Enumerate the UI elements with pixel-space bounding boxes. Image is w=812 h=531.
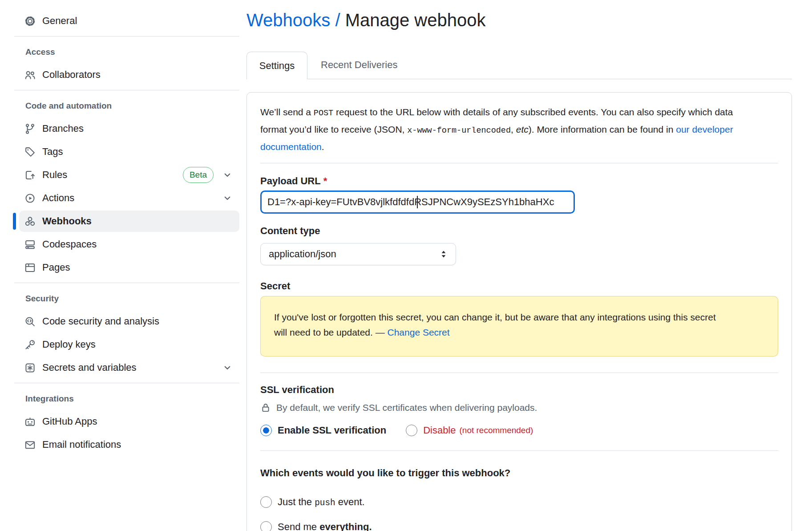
tab-recent-deliveries[interactable]: Recent Deliveries: [307, 52, 411, 78]
sidebar-item-label: Code security and analysis: [42, 316, 159, 327]
sidebar-item-code-security-and-analysis[interactable]: Code security and analysis: [19, 311, 239, 332]
just-push-radio[interactable]: [260, 496, 272, 508]
enable-ssl-label[interactable]: Enable SSL verification: [278, 425, 386, 436]
sidebar-divider: [14, 383, 239, 383]
sidebar-item-branches[interactable]: Branches: [19, 118, 239, 139]
sidebar-item-pages[interactable]: Pages: [19, 257, 239, 278]
payload-url-label: Payload URL*: [260, 176, 778, 186]
sidebar-item-label: Secrets and variables: [42, 362, 137, 373]
sidebar-item-label: Collaborators: [42, 69, 101, 81]
sidebar-item-label: Codespaces: [42, 239, 97, 250]
section-divider: [260, 373, 778, 373]
sidebar-item-label: General: [42, 15, 77, 27]
sidebar-item-label: Tags: [42, 146, 63, 158]
event-option-everything: Send me everything.: [260, 521, 778, 531]
browser-icon: [24, 262, 36, 273]
required-asterisk: *: [323, 175, 327, 186]
sidebar-item-label: Email notifications: [42, 439, 121, 450]
webhook-settings-panel: We’ll send a POST request to the URL bel…: [246, 92, 792, 531]
disable-ssl-radio[interactable]: [406, 425, 417, 436]
event-option-push: Just the push event.: [260, 496, 778, 508]
sidebar-section-label-security: Security: [25, 294, 239, 304]
mail-icon: [24, 439, 36, 450]
ssl-blurb-text: By default, we verify SSL certificates w…: [276, 402, 537, 413]
branch-icon: [24, 123, 36, 134]
tabnav-border: [307, 79, 792, 79]
gear-icon: [24, 16, 36, 27]
sidebar-item-github-apps[interactable]: GitHub Apps: [19, 411, 239, 432]
content-type-label: Content type: [260, 226, 778, 236]
inline-link[interactable]: our developer: [676, 124, 733, 134]
sidebar-item-label: Branches: [42, 123, 84, 134]
ssl-blurb-row: By default, we verify SSL certificates w…: [260, 402, 778, 413]
inline-link[interactable]: documentation: [260, 142, 322, 152]
section-divider: [260, 450, 778, 451]
enable-ssl-radio[interactable]: [260, 425, 272, 436]
sidebar-item-deploy-keys[interactable]: Deploy keys: [19, 334, 239, 355]
chevron-down-icon: [222, 170, 232, 180]
select-caret-icon: [439, 249, 448, 259]
people-icon: [24, 69, 36, 81]
codespaces-icon: [24, 239, 36, 250]
beta-badge: Beta: [183, 167, 214, 183]
secret-label: Secret: [260, 281, 778, 292]
secret-warning-flash: If you've lost or forgotten this secret,…: [260, 296, 778, 357]
main-content: Webhooks / Manage webhook Settings Recen…: [246, 0, 792, 531]
chevron-down-icon: [222, 193, 232, 203]
tag-icon: [24, 146, 36, 158]
codescan-icon: [24, 316, 36, 327]
webhook-description: We’ll send a POST request to the URL bel…: [260, 104, 778, 155]
disable-ssl-note: (not recommended): [460, 426, 533, 435]
just-push-label[interactable]: Just the push event.: [278, 496, 365, 508]
sidebar-item-label: Rules: [42, 169, 67, 181]
rules-icon: [24, 170, 36, 181]
sidebar-section-label-access: Access: [25, 47, 239, 57]
lock-icon: [260, 402, 271, 413]
ssl-verification-heading: SSL verification: [260, 385, 778, 395]
sidebar-item-general[interactable]: General: [19, 10, 239, 32]
sidebar-item-tags[interactable]: Tags: [19, 141, 239, 162]
sidebar-divider: [14, 283, 239, 283]
payload-url-wrap: [260, 191, 575, 214]
sidebar-item-email-notifications[interactable]: Email notifications: [19, 434, 239, 455]
secrets-icon: [24, 362, 36, 373]
page-title: Webhooks / Manage webhook: [246, 10, 485, 30]
disable-ssl-label[interactable]: Disable: [423, 425, 456, 436]
sidebar-item-webhooks[interactable]: Webhooks: [19, 211, 239, 232]
inline-link[interactable]: Change Secret: [388, 327, 450, 337]
sidebar-item-label: Webhooks: [42, 215, 92, 227]
sidebar-item-label: GitHub Apps: [42, 416, 97, 427]
settings-sidebar: GeneralAccessCollaboratorsCode and autom…: [12, 0, 239, 457]
tab-settings[interactable]: Settings: [246, 52, 307, 79]
sidebar-section-label-integrations: Integrations: [25, 394, 239, 404]
webhook-settings-page: { "colors": { "accent": "#0969da", "dang…: [0, 0, 812, 531]
disable-ssl-group: Disable (not recommended): [406, 425, 533, 436]
breadcrumb-webhooks-link[interactable]: Webhooks /: [246, 10, 340, 30]
sidebar-item-secrets-and-variables[interactable]: Secrets and variables: [19, 357, 239, 378]
sidebar-item-collaborators[interactable]: Collaborators: [19, 64, 239, 85]
send-everything-label[interactable]: Send me everything.: [278, 521, 372, 531]
sidebar-item-rules[interactable]: RulesBeta: [19, 164, 239, 186]
section-divider: [260, 163, 778, 163]
breadcrumb-current: Manage webhook: [345, 10, 486, 30]
ssl-radio-row: Enable SSL verification Disable (not rec…: [260, 425, 778, 436]
key-icon: [24, 339, 36, 350]
text-caret: [417, 196, 418, 208]
sidebar-section-label-code-and-automation: Code and automation: [25, 101, 239, 111]
content-type-value: application/json: [269, 248, 336, 260]
send-everything-radio[interactable]: [260, 521, 272, 531]
hubot-icon: [24, 416, 36, 427]
events-heading: Which events would you like to trigger t…: [260, 468, 778, 478]
sidebar-item-label: Actions: [42, 192, 74, 204]
sidebar-item-label: Deploy keys: [42, 339, 96, 350]
sidebar-item-codespaces[interactable]: Codespaces: [19, 234, 239, 255]
chevron-down-icon: [222, 363, 232, 373]
sidebar-item-label: Pages: [42, 262, 70, 273]
play-icon: [24, 193, 36, 204]
sidebar-item-actions[interactable]: Actions: [19, 187, 239, 209]
tabnav: Settings Recent Deliveries: [246, 52, 792, 79]
sidebar-divider: [14, 90, 239, 90]
sidebar-divider: [14, 36, 239, 36]
webhook-icon: [24, 216, 36, 227]
content-type-select[interactable]: application/json: [260, 243, 456, 265]
